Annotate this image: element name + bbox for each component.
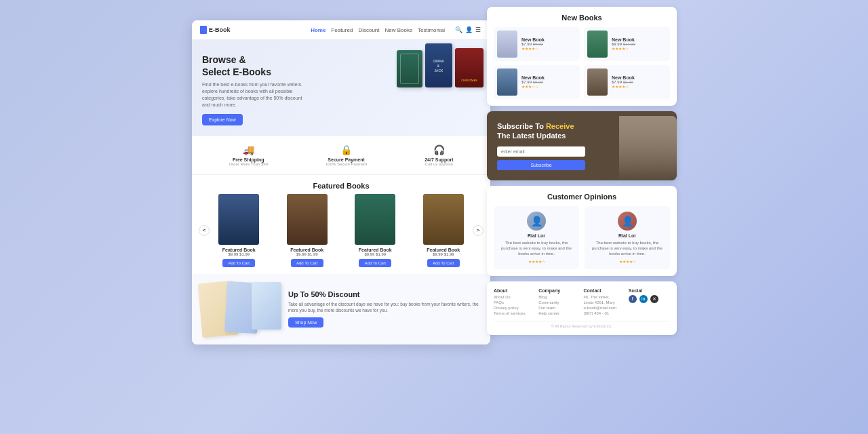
new-book-title-3: New Book — [521, 75, 576, 80]
subscribe-email-input[interactable] — [497, 146, 585, 157]
footer-columns: About About Us FAQs Privacy policy Terms… — [494, 288, 670, 317]
feature-support-title: 24/7 Support — [425, 157, 453, 162]
nav-link-featured[interactable]: Featured — [331, 27, 353, 33]
carousel-next-button[interactable]: > — [473, 225, 484, 236]
book-cover-celtic — [397, 50, 422, 87]
footer-company-link-4[interactable]: Help center — [538, 311, 580, 315]
new-book-item-1[interactable]: New Book $7.99 $9.99 ★★★★☆ — [494, 27, 580, 61]
opinion-stars-1: ★★★★☆ — [499, 259, 574, 264]
hero-subtitle: Find the best e-books from your favorite… — [202, 81, 311, 108]
linkedin-icon[interactable]: in — [639, 295, 648, 303]
add-to-cart-1-button[interactable]: Add To Cart — [222, 259, 255, 267]
nav-icons: 🔍 👤 ☰ — [455, 26, 482, 33]
support-icon: 🎧 — [425, 144, 453, 155]
discount-book-3 — [252, 282, 281, 330]
payment-icon: 🔒 — [326, 144, 367, 155]
new-book-stars-2: ★★★★☆ — [612, 46, 667, 51]
subscribe-button[interactable]: Subscribe — [497, 160, 585, 170]
footer-about-link-4[interactable]: Terms of services — [494, 311, 535, 315]
footer-contact-email[interactable]: e-book@mail.com — [584, 306, 625, 310]
search-icon[interactable]: 🔍 — [455, 26, 462, 33]
user-icon[interactable]: 👤 — [465, 26, 472, 33]
book-card-2: Featured Book $9.99 $1.99 Add To Cart — [275, 194, 340, 267]
opinion-name-1: Rial Lor — [499, 233, 574, 238]
opinions-panel: Customer Opinions 👤 Rial Lor The best we… — [487, 186, 677, 276]
new-book-item-4[interactable]: New Book $7.99 $9.99 ★★★★☆ — [584, 65, 670, 99]
footer-company-link-1[interactable]: Blog — [538, 295, 580, 299]
footer-contact-title: Contact — [584, 288, 625, 293]
feature-shipping-sub: Order More Than $99 — [229, 162, 268, 166]
new-book-item-2[interactable]: New Book $9.99 $14.99 ★★★★☆ — [584, 27, 670, 61]
discount-title: Up To 50% Discount — [288, 290, 482, 298]
subscribe-panel: Subscribe To Receive The Latest Updates … — [487, 111, 677, 180]
feature-shipping: 🚚 Free Shipping Order More Than $99 — [229, 144, 268, 166]
footer-company-link-2[interactable]: Community — [538, 300, 580, 304]
footer-company-link-3[interactable]: Our team — [538, 306, 580, 310]
hero-section: Browse &Select E-Books Find the best e-b… — [192, 40, 490, 136]
nav-link-newbooks[interactable]: New Books — [385, 27, 412, 33]
book-card-1-title: Featured Book — [207, 248, 271, 252]
logo-icon — [200, 26, 207, 34]
book-card-3-title: Featured Book — [343, 248, 408, 252]
twitter-icon[interactable]: ✕ — [650, 295, 658, 303]
nav-link-home[interactable]: Home — [311, 27, 326, 33]
book-card-4-title: Featured Book — [412, 248, 476, 252]
book-card-3-price: $9.99 $1.99 — [343, 252, 408, 256]
footer-contact-phone: (997) 454 - 01 — [584, 311, 625, 315]
nav-links: Home Featured Discount New Books Testimo… — [311, 27, 445, 33]
book-card-3: Featured Book $9.99 $1.99 Add To Cart — [343, 194, 408, 267]
new-book-title-1: New Book — [521, 37, 576, 42]
main-website-card: E-Book Home Featured Discount New Books … — [192, 20, 490, 344]
footer-about-link-2[interactable]: FAQs — [494, 300, 535, 304]
feature-support-sub: Call us anytime — [425, 162, 453, 166]
book-thumb-lotr — [218, 194, 259, 245]
logo-text: E-Book — [209, 26, 231, 33]
opinion-card-1: 👤 Rial Lor The best website to buy books… — [494, 206, 579, 269]
book-card-1: Featured Book $9.99 $1.99 Add To Cart — [207, 194, 271, 267]
footer-social-title: Social — [629, 288, 670, 293]
opinions-grid: 👤 Rial Lor The best website to buy books… — [494, 206, 670, 269]
subscribe-title: Subscribe To Receive The Latest Updates — [497, 121, 667, 141]
new-book-info-3: New Book $7.99 $9.99 ★★★☆☆ — [521, 75, 576, 89]
opinion-text-2: The best website to buy books, the purch… — [590, 240, 665, 257]
nav-link-discount[interactable]: Discount — [358, 27, 379, 33]
subscribe-highlight: Receive — [546, 122, 574, 130]
menu-icon[interactable]: ☰ — [475, 26, 482, 33]
footer-about-link-1[interactable]: About Us — [494, 295, 535, 299]
discount-description: Take all advantage of the discount days … — [288, 301, 482, 313]
carousel-prev-button[interactable]: < — [199, 225, 210, 236]
discount-books — [200, 282, 281, 336]
facebook-icon[interactable]: f — [629, 295, 637, 303]
hero-books — [397, 43, 484, 87]
shop-now-button[interactable]: Shop Now — [288, 317, 323, 328]
new-book-item-3[interactable]: New Book $7.99 $9.99 ★★★☆☆ — [494, 65, 580, 99]
opinion-text-1: The best website to buy books, the purch… — [499, 240, 574, 257]
book-thumb-3 — [355, 194, 395, 245]
nav-link-testimonial[interactable]: Testimonial — [418, 27, 445, 33]
book-card-4-price: $9.99 $1.99 — [412, 252, 476, 256]
right-panel: New Books New Book $7.99 $9.99 ★★★★☆ New… — [487, 7, 677, 335]
featured-books-section: Featured Books < Featured Book $9.99 $1.… — [192, 175, 490, 274]
explore-now-button[interactable]: Explore Now — [202, 114, 243, 125]
opinions-title: Customer Opinions — [494, 193, 670, 201]
opinion-avatar-2: 👤 — [618, 212, 637, 231]
footer-contact-address: 46, The street, — [584, 295, 625, 299]
new-book-stars-3: ★★★☆☆ — [521, 84, 576, 89]
feature-payment: 🔒 Secure Payment 100% Secure Payment — [326, 144, 367, 166]
opinion-avatar-1: 👤 — [527, 212, 546, 231]
feature-payment-sub: 100% Secure Payment — [326, 162, 367, 166]
add-to-cart-4-button[interactable]: Add To Cart — [427, 259, 460, 267]
footer-col-social: Social f in ✕ — [629, 288, 670, 317]
features-section: 🚚 Free Shipping Order More Than $99 🔒 Se… — [192, 136, 490, 175]
add-to-cart-3-button[interactable]: Add To Cart — [359, 259, 391, 267]
shipping-icon: 🚚 — [229, 144, 268, 155]
new-book-thumb-1 — [497, 31, 517, 58]
book-thumb-4 — [423, 194, 464, 245]
add-to-cart-2-button[interactable]: Add To Cart — [291, 259, 323, 267]
logo[interactable]: E-Book — [200, 26, 231, 34]
subscribe-content: Subscribe To Receive The Latest Updates … — [497, 121, 667, 170]
book-cover-diana-jack — [425, 43, 452, 87]
new-book-thumb-3 — [497, 68, 517, 96]
opinion-name-2: Rial Lor — [590, 233, 665, 238]
footer-about-link-3[interactable]: Privacy policy — [494, 306, 535, 310]
